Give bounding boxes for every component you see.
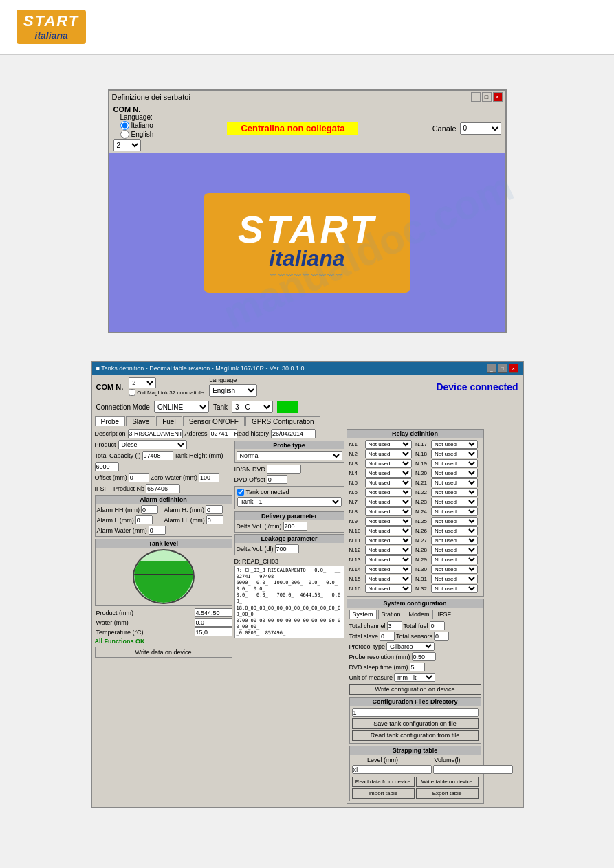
total-channel-input[interactable] — [387, 621, 402, 630]
alarm-h-input[interactable] — [206, 505, 223, 514]
import-table-button[interactable]: Import table — [352, 788, 415, 799]
sys-tab-ifsf[interactable]: IFSF — [435, 610, 455, 619]
relay-n20-select[interactable]: Not used — [431, 469, 478, 478]
read-data-button[interactable]: Read data from device — [352, 777, 415, 787]
product-select[interactable]: Diesel — [118, 440, 187, 449]
english-option[interactable]: English — [120, 130, 154, 139]
ifsf-input[interactable] — [146, 484, 180, 493]
sys-tab-modem[interactable]: Modem — [406, 610, 433, 619]
relay-n14-select[interactable]: Not used — [365, 565, 412, 574]
relay-n32-select[interactable]: Not used — [431, 584, 478, 593]
bottom-com-select[interactable]: 2 — [129, 377, 156, 388]
relay-n27-select[interactable]: Not used — [431, 536, 478, 545]
offset-input[interactable] — [129, 473, 149, 482]
dvd-sleep-input[interactable] — [410, 663, 425, 671]
relay-n7-select[interactable]: Not used — [365, 498, 412, 507]
write-data-on-device-button[interactable]: Write data on device — [95, 647, 232, 658]
alarm-ll-input[interactable] — [206, 515, 223, 524]
tab-slave[interactable]: Slave — [126, 416, 155, 426]
top-com-select[interactable]: 2 — [113, 139, 141, 151]
alarm-l-input[interactable] — [135, 515, 153, 524]
minimize-button[interactable]: _ — [471, 92, 481, 102]
total-cap-input[interactable] — [142, 451, 173, 460]
tab-sensor-onoff[interactable]: Sensor ON/OFF — [183, 416, 245, 426]
total-sensors-input[interactable] — [434, 632, 449, 641]
close-button[interactable]: × — [493, 92, 503, 102]
sys-tab-system[interactable]: System — [349, 610, 377, 619]
address-input[interactable] — [210, 429, 237, 438]
write-config-button[interactable]: Write configuration on device — [349, 684, 481, 695]
relay-n10-select[interactable]: Not used — [365, 526, 412, 535]
italiano-option[interactable]: Italiano — [120, 121, 154, 130]
unit-measure-select[interactable]: mm - lt — [394, 673, 435, 682]
relay-n23-select[interactable]: Not used — [431, 498, 478, 507]
tank-height-input[interactable] — [95, 462, 119, 471]
tab-probe[interactable]: Probe — [95, 416, 126, 426]
canale-select[interactable]: 0 — [460, 122, 501, 135]
relay-n17-select[interactable]: Not used — [431, 440, 478, 449]
maximize-button[interactable]: □ — [482, 92, 492, 102]
relay-n9-select[interactable]: Not used — [365, 517, 412, 526]
connection-mode-select[interactable]: ONLINE — [154, 401, 209, 413]
total-slave-input[interactable] — [380, 632, 395, 641]
relay-n22-select[interactable]: Not used — [431, 488, 478, 497]
relay-n31-select[interactable]: Not used — [431, 575, 478, 583]
relay-n8-select[interactable]: Not used — [365, 507, 412, 516]
product-mm-value[interactable] — [195, 608, 232, 617]
strapping-volume-input[interactable] — [433, 765, 513, 774]
relay-n12-select[interactable]: Not used — [365, 546, 412, 555]
tank-connected-checkbox[interactable] — [237, 489, 244, 496]
compat-checkbox[interactable] — [129, 389, 135, 396]
relay-n16-select[interactable]: Not used — [365, 584, 412, 593]
relay-n15-select[interactable]: Not used — [365, 575, 412, 583]
read-history-input[interactable] — [271, 429, 316, 438]
zero-water-input[interactable] — [199, 473, 219, 482]
write-table-button[interactable]: Write table on device — [416, 777, 479, 787]
relay-n24-select[interactable]: Not used — [431, 507, 478, 516]
relay-n3-select[interactable]: Not used — [365, 459, 412, 468]
water-mm-value[interactable] — [195, 618, 232, 627]
strapping-level-input[interactable] — [352, 765, 432, 774]
relay-n6-select[interactable]: Not used — [365, 488, 412, 497]
relay-n19-select[interactable]: Not used — [431, 459, 478, 468]
relay-n28-select[interactable]: Not used — [431, 546, 478, 555]
tank-connected-select[interactable]: Tank - 1 — [237, 497, 342, 507]
delivery-delta-input[interactable] — [283, 522, 307, 531]
idsn-input[interactable] — [267, 465, 301, 474]
bottom-maximize-btn[interactable]: □ — [498, 364, 507, 373]
relay-n2-select[interactable]: Not used — [365, 449, 412, 458]
total-fuel-input[interactable] — [430, 621, 445, 630]
config-dir-input[interactable] — [352, 708, 479, 717]
probe-res-input[interactable] — [412, 652, 436, 661]
bottom-minimize-btn[interactable]: _ — [487, 364, 496, 373]
save-tank-config-button[interactable]: Save tank configuration on file — [352, 718, 479, 729]
dvd-offset-input[interactable] — [267, 475, 287, 484]
leakage-delta-input[interactable] — [275, 544, 299, 553]
relay-n1-select[interactable]: Not used — [365, 440, 412, 449]
relay-n29-select[interactable]: Not used — [431, 555, 478, 564]
alarm-water-input[interactable] — [149, 526, 166, 535]
bottom-close-btn[interactable]: × — [509, 364, 518, 373]
relay-n25-select[interactable]: Not used — [431, 517, 478, 526]
temp-value[interactable] — [195, 627, 232, 636]
relay-n5-select[interactable]: Not used — [365, 478, 412, 487]
relay-n30-select[interactable]: Not used — [431, 565, 478, 574]
bottom-lang-select[interactable]: English — [209, 384, 257, 397]
italiano-radio[interactable] — [120, 121, 129, 130]
probe-type-select[interactable]: Normal — [237, 451, 342, 460]
english-radio[interactable] — [120, 130, 129, 139]
alarm-hh-input[interactable] — [141, 505, 158, 514]
relay-n11-select[interactable]: Not used — [365, 536, 412, 545]
tab-fuel[interactable]: Fuel — [156, 416, 182, 426]
description-input[interactable] — [128, 429, 183, 438]
tank-select[interactable]: 3 - C — [232, 401, 273, 413]
read-tank-config-button[interactable]: Read tank configuration from file — [352, 730, 479, 741]
relay-n18-select[interactable]: Not used — [431, 449, 478, 458]
relay-n4-select[interactable]: Not used — [365, 469, 412, 478]
export-table-button[interactable]: Export table — [416, 788, 479, 799]
relay-n21-select[interactable]: Not used — [431, 478, 478, 487]
protocol-select[interactable]: Gilbarco — [386, 642, 435, 651]
tab-gprs[interactable]: GPRS Configuration — [245, 416, 320, 426]
sys-tab-station[interactable]: Station — [378, 610, 404, 619]
relay-n13-select[interactable]: Not used — [365, 555, 412, 564]
